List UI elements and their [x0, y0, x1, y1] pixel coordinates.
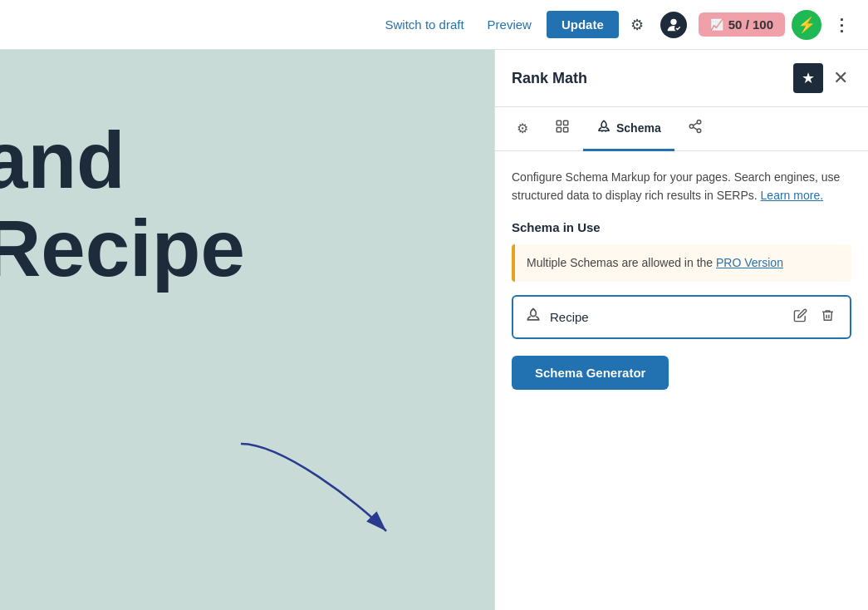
- recipe-delete-button[interactable]: [817, 307, 838, 327]
- lightning-icon: ⚡: [797, 16, 816, 34]
- tools-tab-icon: [555, 119, 570, 137]
- svg-point-11: [697, 129, 701, 133]
- panel-description: Configure Schema Markup for your pages. …: [512, 168, 851, 205]
- more-icon: ⋮: [833, 15, 850, 35]
- settings-icon-button[interactable]: ⚙: [625, 11, 649, 39]
- share-tab-icon: [688, 119, 703, 137]
- panel-title: Rank Math: [512, 70, 587, 87]
- gear-icon: ⚙: [630, 16, 644, 34]
- schema-generator-wrapper: Schema Generator: [512, 356, 851, 390]
- recipe-schema-icon: [525, 307, 542, 327]
- content-text: and Recipe: [0, 116, 245, 292]
- lightning-button[interactable]: ⚡: [792, 10, 821, 40]
- svg-point-9: [697, 121, 701, 125]
- seo-score-label: 50 / 100: [728, 17, 773, 32]
- schema-in-use-title: Schema in Use: [512, 220, 851, 234]
- arrow-up-icon: 📈: [710, 18, 723, 31]
- recipe-label: Recipe: [550, 310, 782, 324]
- close-button[interactable]: ✕: [830, 64, 851, 92]
- close-icon: ✕: [833, 67, 848, 89]
- star-icon: ★: [802, 69, 815, 87]
- seo-score-button[interactable]: 📈 50 / 100: [699, 12, 785, 37]
- update-button[interactable]: Update: [547, 11, 619, 38]
- star-button[interactable]: ★: [793, 63, 823, 93]
- avatar-button[interactable]: [655, 7, 692, 43]
- schema-generator-button[interactable]: Schema Generator: [512, 356, 669, 390]
- recipe-item: Recipe: [512, 295, 851, 339]
- svg-rect-3: [557, 121, 561, 125]
- svg-rect-6: [564, 128, 568, 132]
- arrow-indicator: [233, 435, 399, 544]
- panel-body: Configure Schema Markup for your pages. …: [495, 151, 868, 610]
- svg-line-12: [693, 127, 697, 130]
- pro-notice-text: Multiple Schemas are allowed in the PRO …: [515, 244, 795, 282]
- svg-point-0: [670, 18, 676, 24]
- schema-tab-icon: [596, 119, 611, 137]
- panel-header: Rank Math ★ ✕: [495, 50, 868, 107]
- svg-rect-5: [557, 128, 561, 132]
- svg-point-10: [689, 125, 694, 129]
- content-line2: Recipe: [0, 204, 245, 293]
- recipe-edit-button[interactable]: [790, 307, 811, 327]
- pro-notice: Multiple Schemas are allowed in the PRO …: [512, 244, 851, 282]
- svg-line-13: [693, 123, 697, 125]
- content-line1: and: [0, 116, 245, 204]
- panel-header-actions: ★ ✕: [793, 63, 851, 93]
- content-area: and Recipe: [0, 50, 494, 610]
- settings-tab-icon: ⚙: [517, 121, 528, 136]
- tab-schema[interactable]: Schema: [583, 107, 674, 151]
- panel-tabs: ⚙: [495, 107, 868, 151]
- preview-button[interactable]: Preview: [479, 12, 540, 37]
- learn-more-link[interactable]: Learn more.: [761, 189, 823, 202]
- more-options-button[interactable]: ⋮: [828, 10, 855, 40]
- pro-version-link[interactable]: PRO Version: [716, 256, 783, 269]
- avatar: [660, 12, 687, 38]
- toolbar: Switch to draft Preview Update ⚙ 📈 50 / …: [0, 0, 868, 50]
- schema-tab-label: Schema: [616, 121, 661, 135]
- tab-share[interactable]: [674, 107, 716, 151]
- rank-math-panel: Rank Math ★ ✕ ⚙: [494, 50, 868, 610]
- recipe-actions: [790, 307, 838, 327]
- switch-to-draft-button[interactable]: Switch to draft: [377, 12, 473, 37]
- svg-rect-4: [564, 121, 568, 125]
- tab-settings[interactable]: ⚙: [503, 109, 542, 150]
- tab-tools[interactable]: [542, 107, 583, 151]
- main-layout: and Recipe Rank Math ★ ✕: [0, 50, 868, 610]
